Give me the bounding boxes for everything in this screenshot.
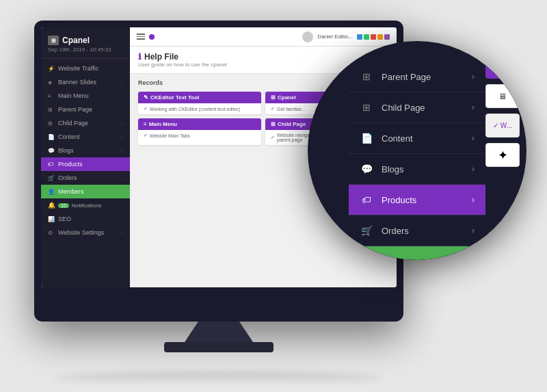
card-title: Cpanel: [278, 94, 296, 101]
sidebar-menu: ⚡ Website Traffic › ◈ Banner Slides › ≡ …: [41, 59, 130, 287]
zoom-menu: ⊞ Parent Page › ⊞ Child Page › 📄 Content…: [349, 62, 485, 260]
zoom-arrow: ›: [472, 257, 475, 260]
sidebar-item-content[interactable]: 📄 Content ›: [41, 130, 130, 144]
record-card-main-menu: ≡ Main Menu ✓ Website Main Tabs: [138, 118, 261, 145]
zoom-orders-icon: 🛒: [360, 225, 373, 236]
blogs-icon: 💬: [48, 148, 55, 154]
menu-label: Blogs: [58, 147, 74, 154]
record-card-header: ≡ Main Menu: [138, 118, 261, 130]
zoom-item-orders[interactable]: 🛒 Orders ›: [349, 215, 485, 246]
sidebar-item-child-page[interactable]: ⊞ Child Page ›: [41, 116, 130, 130]
zoom-item-label: Content: [382, 133, 464, 144]
menu-label: Banner Slides: [58, 79, 96, 86]
help-icon: ℹ: [138, 52, 142, 62]
sidebar-item-seo[interactable]: 📊 SEO: [41, 212, 130, 226]
notif-label: Notifications: [72, 202, 102, 209]
zoom-circle: ⊞ Parent Page › ⊞ Child Page › 📄 Content…: [308, 41, 526, 260]
record-card-body: ✓ Website Main Tabs: [138, 130, 261, 141]
top-bar-right: Daniel Editio...: [302, 31, 390, 42]
menu-label: Child Page: [58, 120, 88, 127]
monitor-base: [164, 342, 274, 352]
notif-badge: 10: [58, 203, 69, 208]
zoom-item-label: Products: [382, 195, 464, 205]
sidebar-item-members[interactable]: 👤 Members: [41, 185, 130, 198]
zoom-arrow: ›: [472, 195, 475, 205]
record-card-ckeditor: ✎ CKEditor Text Tool ✓ Working with CKEd…: [138, 92, 261, 114]
color-dot-blue[interactable]: [357, 34, 362, 40]
zoom-item-members[interactable]: 👤 Members ›: [349, 246, 485, 260]
sidebar-item-parent-page[interactable]: ⊞ Parent Page ›: [41, 103, 130, 116]
zoom-circle-inner: ⊞ Parent Page › ⊞ Child Page › 📄 Content…: [308, 41, 526, 260]
child-page-card-icon: ⊞: [271, 121, 276, 127]
banner-icon: ◈: [48, 79, 55, 86]
sidebar-item-notifications[interactable]: 🔔 10 Notifications: [41, 198, 130, 212]
zoom-item-parent-page[interactable]: ⊞ Parent Page ›: [349, 62, 485, 92]
sidebar-item-products[interactable]: 🏷 Products: [41, 157, 130, 171]
check-icon: ✓: [271, 135, 275, 140]
zoom-arrow: ›: [472, 226, 475, 235]
zoom-products-icon: 🏷: [360, 194, 373, 205]
scene: ⊞ Cpanel Sep 19th, 2016 - 10:45:33 ⚡ Web…: [0, 0, 547, 392]
zoom-item-child-page[interactable]: ⊞ Child Page ›: [349, 92, 485, 123]
card-title: Child Page: [278, 121, 306, 127]
sidebar-item-website-traffic[interactable]: ⚡ Website Traffic ›: [41, 62, 130, 75]
user-name-label: Daniel Editio...: [317, 34, 353, 40]
top-bar-left: [137, 34, 155, 40]
sidebar-item-banner-slides[interactable]: ◈ Banner Slides ›: [41, 75, 130, 89]
zoom-item-blogs[interactable]: 💬 Blogs ›: [349, 154, 485, 185]
top-bar: Daniel Editio...: [130, 27, 397, 47]
color-dot-green[interactable]: [364, 34, 369, 40]
nav-dot: [149, 34, 155, 40]
menu-label: Members: [58, 188, 84, 195]
menu-label: Website Traffic: [58, 65, 98, 72]
edge-card-1: ✎: [485, 55, 520, 79]
card-title: Main Menu: [149, 121, 177, 127]
menu-icon: ≡: [48, 93, 55, 99]
check-icon: ✓: [144, 133, 148, 138]
settings-icon: ⚙: [48, 230, 55, 236]
sidebar-item-main-menu[interactable]: ≡ Main Menu ›: [41, 89, 130, 103]
traffic-icon: ⚡: [48, 66, 55, 72]
zoom-child-icon: ⊞: [360, 102, 373, 113]
menu-label: Orders: [58, 174, 77, 181]
sidebar-logo: ⊞ Cpanel: [48, 36, 123, 45]
menu-label: Main Menu: [58, 92, 89, 99]
color-dot-purple[interactable]: [384, 34, 390, 40]
sidebar-item-orders[interactable]: 🛒 Orders ›: [41, 171, 130, 185]
sidebar: ⊞ Cpanel Sep 19th, 2016 - 10:45:33 ⚡ Web…: [41, 27, 130, 287]
zoom-parent-icon: ⊞: [360, 71, 373, 82]
monitor-stand: [185, 322, 253, 342]
main-menu-icon: ≡: [144, 121, 147, 127]
zoom-members-icon: 👤: [360, 256, 373, 260]
products-icon: 🏷: [48, 161, 55, 168]
zoom-arrow: ›: [472, 164, 475, 174]
zoom-item-content[interactable]: 📄 Content ›: [349, 123, 485, 154]
zoom-item-label: Parent Page: [382, 72, 464, 82]
menu-label: Website Settings: [58, 229, 104, 236]
cpanel-icon: ⊞: [48, 36, 59, 45]
card-body-text: Get familiar...: [277, 107, 305, 112]
check-icon: ✓: [271, 106, 275, 112]
sidebar-item-website-settings[interactable]: ⚙ Website Settings ›: [41, 226, 130, 239]
menu-label: Products: [58, 161, 83, 168]
menu-label: SEO: [58, 215, 71, 222]
parent-page-icon: ⊞: [48, 107, 55, 113]
card-body-text: Working with CKEditor (content text edit…: [150, 107, 240, 112]
menu-label: Content: [58, 133, 80, 140]
edge-card-4: ✦: [485, 143, 520, 167]
hamburger-button[interactable]: [137, 34, 145, 40]
user-avatar: [302, 31, 313, 42]
color-dot-red[interactable]: [371, 34, 376, 40]
zoom-item-label: Orders: [382, 226, 464, 236]
sidebar-header: ⊞ Cpanel Sep 19th, 2016 - 10:45:33: [41, 27, 130, 59]
bell-icon: 🔔: [48, 202, 55, 209]
color-dot-orange[interactable]: [377, 34, 383, 40]
zoom-item-products[interactable]: 🏷 Products ›: [349, 185, 485, 215]
page-title: ℹ Help File: [138, 52, 227, 62]
card-title: CKEditor Text Tool: [150, 94, 199, 101]
record-card-header: ✎ CKEditor Text Tool: [138, 92, 261, 103]
zoom-arrow: ›: [472, 103, 475, 112]
sidebar-item-blogs[interactable]: 💬 Blogs ›: [41, 144, 130, 157]
zoom-item-label: Blogs: [382, 164, 464, 174]
seo-icon: 📊: [48, 216, 55, 222]
